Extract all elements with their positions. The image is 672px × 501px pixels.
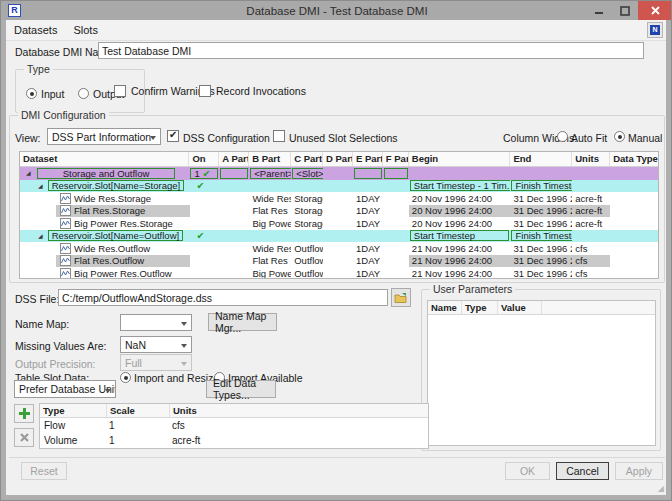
table-row-slot[interactable]: Big Power Res.Outflow Big Power Outflow … [20,267,658,279]
chevron-down-icon [181,344,187,348]
dataset-table-header: Dataset On A Part B Part C Part D Part E… [20,152,658,167]
output-precision-select: Full [120,354,192,371]
menu-slots[interactable]: Slots [65,22,105,38]
window-border-right [666,1,671,501]
check-icon: ✔ [202,168,210,179]
manual-radio[interactable] [614,131,625,142]
col-e-part[interactable]: E Part [353,152,383,166]
table-row-slot[interactable]: Wide Res.Storage Wide Res Storage 1DAY 2… [20,192,658,205]
col-units[interactable]: Units [572,152,610,166]
dataset-name[interactable]: Storage and Outflow [37,168,176,179]
missing-values-label: Missing Values Are: [15,340,106,352]
chevron-down-icon [181,322,187,326]
database-dmi-dialog: R Database DMI - Test Database DMI Datas… [0,0,672,501]
table-row-slot-group[interactable]: ◢Reservoir.Slot[Name=Outflow] ✔ Start Ti… [20,230,658,243]
tree-expand-icon[interactable]: ◢ [26,167,31,179]
col-value[interactable]: Value [498,301,542,314]
end-value[interactable]: Finish Timestep [511,180,572,191]
col-c-part[interactable]: C Part [291,152,323,166]
type-group-legend: Type [24,63,53,75]
end-value[interactable]: Finish Timestep [511,230,572,241]
view-select[interactable]: DSS Part Information [47,128,161,145]
ok-button[interactable]: OK [505,462,550,480]
user-parameters-group: User Parameters Name Type Value [421,289,661,451]
check-icon: ✔ [196,180,204,191]
record-invocations-label[interactable]: Record Invocations [216,85,306,97]
folder-open-icon [394,292,408,304]
input-radio-label[interactable]: Input [41,88,64,100]
dmi-configuration-legend: DMI Configuration [18,109,109,121]
unit-types-table[interactable]: Type Scale Units Flow 1 cfs Volume 1 acr… [39,403,429,449]
auto-fit-label[interactable]: Auto Fit [571,132,607,144]
begin-value[interactable]: Start Timestep [410,230,510,241]
begin-value[interactable]: Start Timestep - 1 Tim... [410,180,511,191]
input-radio[interactable] [26,88,37,99]
user-parameters-table[interactable]: Name Type Value [427,300,656,446]
col-on[interactable]: On [189,152,219,166]
manual-label[interactable]: Manual [628,132,662,144]
name-map-mgr-button[interactable]: Name Map Mgr... [208,313,277,331]
col-scale[interactable]: Scale [107,404,170,417]
cancel-button[interactable]: Cancel [556,462,609,480]
name-map-select[interactable] [120,314,192,331]
table-row-slot-selected[interactable]: Flat Res.Outflow Flat Res Outflow 1DAY 2… [20,255,658,268]
chevron-down-icon [181,362,187,366]
title-bar: R Database DMI - Test Database DMI [1,1,672,20]
resize-grip[interactable]: ◢ [658,484,664,493]
col-f-part[interactable]: F Part [383,152,409,166]
tree-expand-icon[interactable]: ◢ [38,230,43,242]
table-row-slot-group[interactable]: ◢Reservoir.Slot[Name=Storage] ✔ Start Ti… [20,180,658,193]
col-units[interactable]: Units [170,404,428,417]
table-row-slot[interactable]: Wide Res.Outflow Wide Res Outflow 1DAY 2… [20,242,658,255]
col-name[interactable]: Name [428,301,462,314]
table-row-slot-selected[interactable]: Flat Res.Storage Flat Res Storage 1DAY 2… [20,205,658,218]
col-end[interactable]: End [510,152,572,166]
table-row-slot[interactable]: Big Power Res.Storage Big Power Storage … [20,217,658,230]
maximize-icon[interactable] [612,1,638,20]
unused-slot-selections-checkbox[interactable] [273,130,285,142]
dss-configuration-checkbox[interactable]: ✔ [167,130,179,142]
col-begin[interactable]: Begin [409,152,511,166]
col-data-type[interactable]: Data Type [610,152,658,166]
output-radio[interactable] [78,88,89,99]
table-row[interactable]: Volume 1 acre-ft [40,433,428,448]
riverware-dataset-icon[interactable]: N [647,22,663,38]
menu-bar: Datasets Slots N [6,20,668,41]
confirm-warnings-checkbox[interactable] [114,85,126,97]
col-type[interactable]: Type [462,301,498,314]
window-title: Database DMI - Test Database DMI [1,5,672,17]
import-and-resize-radio[interactable] [120,372,131,383]
apply-button[interactable]: Apply [615,462,663,480]
browse-folder-button[interactable] [391,288,411,307]
col-d-part[interactable]: D Part [323,152,353,166]
table-row[interactable]: Flow 1 cfs [40,418,428,433]
dss-configuration-label[interactable]: DSS Configuration [183,132,270,144]
add-row-button[interactable] [14,404,34,423]
dss-file-input[interactable] [58,289,388,306]
edit-data-types-button[interactable]: Edit Data Types... [206,380,276,398]
tree-expand-icon[interactable]: ◢ [38,180,43,192]
x-icon [20,433,29,442]
close-icon[interactable] [638,1,672,20]
app-icon: R [8,4,21,17]
record-invocations-checkbox[interactable] [199,85,211,97]
auto-fit-radio[interactable] [557,131,568,142]
col-dataset[interactable]: Dataset [20,152,189,166]
table-row-dataset[interactable]: ◢Storage and Outflow 1 ✔ <Parent> <Slot> [20,167,658,180]
unused-slot-selections-label[interactable]: Unused Slot Selections [289,132,398,144]
menu-datasets[interactable]: Datasets [6,22,65,38]
delete-row-button[interactable] [14,428,34,447]
col-a-part[interactable]: A Part [219,152,249,166]
check-icon: ✔ [196,230,204,241]
slot-selector[interactable]: Reservoir.Slot[Name=Outflow] [48,230,184,241]
dmi-name-input[interactable] [98,42,644,59]
series-slot-icon [60,193,71,204]
missing-values-select[interactable]: NaN [120,336,192,353]
series-slot-icon [60,268,71,279]
minimize-icon[interactable] [586,1,612,20]
prefer-units-select[interactable]: Prefer Database Units [14,380,116,398]
col-b-part[interactable]: B Part [249,152,291,166]
slot-selector[interactable]: Reservoir.Slot[Name=Storage] [48,180,185,191]
col-type[interactable]: Type [40,404,107,417]
reset-button[interactable]: Reset [21,462,67,480]
